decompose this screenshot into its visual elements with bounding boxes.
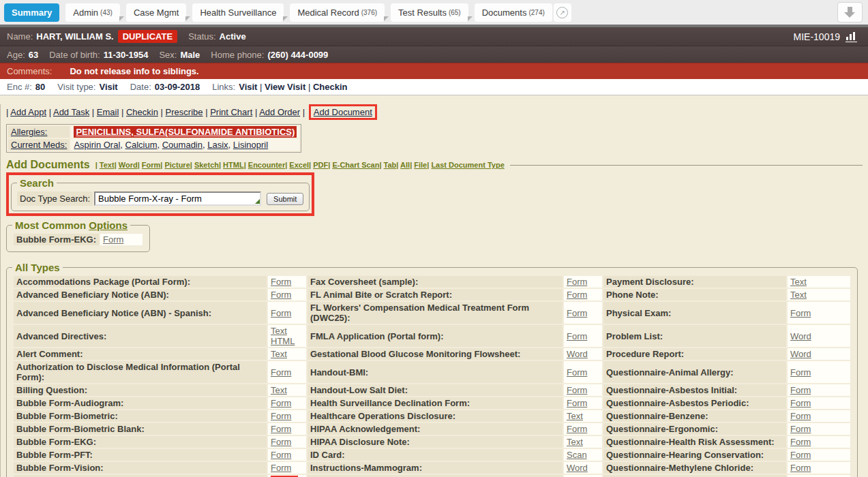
add-task-link[interactable]: Add Task xyxy=(53,107,89,117)
doc-link[interactable]: Form xyxy=(271,398,291,408)
doc-link[interactable]: Form xyxy=(271,463,291,473)
allergies-link[interactable]: Allergies: xyxy=(11,127,47,137)
doc-type-link-cell: Form xyxy=(268,423,306,435)
doc-link[interactable]: HTML xyxy=(271,336,295,346)
add-order-link[interactable]: Add Order xyxy=(259,107,300,117)
doc-link[interactable]: Form xyxy=(271,424,291,434)
doc-link[interactable]: Form xyxy=(790,450,811,460)
tab-case-mgmt[interactable]: Case Mgmt xyxy=(126,3,186,22)
add-documents-title: Add Documents xyxy=(6,159,90,171)
doc-link[interactable]: Form xyxy=(790,367,811,378)
options-link[interactable]: Options xyxy=(89,219,128,231)
doc-link[interactable]: Form xyxy=(567,331,587,341)
tab-bar: Summary Admin(43) Case Mgmt Health Surve… xyxy=(0,0,868,25)
doc-link[interactable]: Form xyxy=(271,308,291,318)
prescribe-link[interactable]: Prescribe xyxy=(166,107,203,117)
filter-file-link[interactable]: File xyxy=(414,161,427,169)
doc-link[interactable]: Form xyxy=(790,437,811,447)
doc-link[interactable]: Word xyxy=(567,463,588,473)
doc-link[interactable]: Form xyxy=(790,308,811,318)
med-link[interactable]: Lisinopril xyxy=(233,140,268,150)
email-link[interactable]: Email xyxy=(97,107,119,117)
doc-type-search-input[interactable] xyxy=(94,191,261,206)
med-link[interactable]: Lasix xyxy=(207,140,228,150)
med-link[interactable]: Calcium xyxy=(125,140,158,150)
view-visit-link[interactable]: View Visit xyxy=(265,82,313,92)
tab-health-surveillance[interactable]: Health Surveillance xyxy=(192,3,284,22)
doc-link[interactable]: Word xyxy=(790,331,811,341)
doc-link[interactable]: Form xyxy=(790,385,811,395)
add-document-link[interactable]: Add Document xyxy=(314,107,372,117)
checkin-action-link[interactable]: Checkin xyxy=(126,107,158,117)
doc-link[interactable]: Text xyxy=(271,385,287,395)
filter-excel-link[interactable]: Excel xyxy=(289,161,309,169)
table-row: Bubble Form-Vision: Form Instructions-Ma… xyxy=(14,462,850,474)
doc-link[interactable]: Scan xyxy=(567,450,587,460)
tab-admin[interactable]: Admin(43) xyxy=(65,3,120,22)
doc-link[interactable]: Form xyxy=(567,290,587,300)
doc-link[interactable]: Text xyxy=(271,349,287,359)
doc-link[interactable]: Form xyxy=(271,411,291,421)
table-row: Bubble Form-EKG: Form xyxy=(14,234,143,245)
doc-type-link-cell: Form xyxy=(268,462,306,474)
filter-picture-link[interactable]: Picture xyxy=(164,161,190,169)
popout-button[interactable]: ↗ xyxy=(554,3,571,22)
current-meds-row: Current Meds: Aspirin OralCalciumCoumadi… xyxy=(8,139,299,151)
doc-link[interactable]: Form xyxy=(790,398,811,408)
table-row: Bubble Form-EKG: Form HIPAA Disclosure N… xyxy=(14,436,850,448)
doc-type-filter: Excel xyxy=(285,161,309,169)
doc-link[interactable]: Form xyxy=(567,308,587,318)
doc-type-label: Instructions-Mammogram: xyxy=(308,462,563,474)
doc-link[interactable]: Form xyxy=(103,234,123,245)
doc-link[interactable]: Text xyxy=(567,411,583,421)
doc-link[interactable]: Form xyxy=(567,367,587,378)
tab-test-results[interactable]: Test Results(65) xyxy=(391,3,468,22)
doc-link[interactable]: Form xyxy=(790,463,811,473)
duplicate-badge[interactable]: DUPLICATE xyxy=(118,30,177,43)
doc-link[interactable]: Form xyxy=(271,290,291,300)
current-meds-link[interactable]: Current Meds: xyxy=(11,140,67,150)
filter-form-link[interactable]: Form xyxy=(142,161,161,169)
med-link[interactable]: Coumadin xyxy=(162,140,203,150)
doc-link[interactable]: Form xyxy=(790,411,811,421)
doc-link[interactable]: Form xyxy=(567,424,587,434)
tab-medical-record[interactable]: Medical Record(376) xyxy=(290,3,385,22)
filter-text-link[interactable]: Text xyxy=(100,161,115,169)
allergy-alert-badge[interactable]: PENICILLINS, SULFA(SULFONAMIDE ANTIBIOTI… xyxy=(74,126,297,138)
doc-link[interactable]: Form xyxy=(790,424,811,434)
filter-last-document-type-link[interactable]: Last Document Type xyxy=(431,161,504,169)
filter-html-link[interactable]: HTML xyxy=(223,161,244,169)
doc-link[interactable]: Form xyxy=(567,398,587,408)
doc-link[interactable]: Form xyxy=(271,437,291,447)
tab-documents[interactable]: Documents(274) xyxy=(475,3,552,22)
download-button[interactable] xyxy=(837,2,863,22)
doc-link[interactable]: Form xyxy=(271,367,291,378)
filter-echart-scan-link[interactable]: E-Chart Scan xyxy=(332,161,379,169)
doc-link[interactable]: Text xyxy=(790,277,807,287)
doc-link[interactable]: Word xyxy=(790,349,811,359)
doc-link[interactable]: Form xyxy=(271,277,291,287)
tab-summary[interactable]: Summary xyxy=(4,3,59,22)
chart-icon[interactable] xyxy=(845,31,857,42)
doc-type-label: Questionnaire-Health Risk Assessment: xyxy=(603,436,786,448)
filter-encounter-link[interactable]: Encounter xyxy=(248,161,285,169)
med-link[interactable]: Aspirin Oral xyxy=(74,140,120,150)
doc-link[interactable]: Text xyxy=(271,326,287,336)
filter-tab-link[interactable]: Tab xyxy=(384,161,397,169)
doc-link[interactable]: Form xyxy=(567,385,587,395)
checkin-link[interactable]: Checkin xyxy=(313,82,348,92)
filter-pdf-link[interactable]: PDF xyxy=(313,161,328,169)
doc-link[interactable]: Word xyxy=(567,349,588,359)
filter-all-link[interactable]: All xyxy=(400,161,410,169)
print-chart-link[interactable]: Print Chart xyxy=(210,107,252,117)
add-appt-link[interactable]: Add Appt xyxy=(10,107,46,117)
submit-button[interactable]: Submit xyxy=(267,193,303,205)
doc-link[interactable]: Form xyxy=(271,450,291,460)
doc-link[interactable]: Text xyxy=(790,290,807,300)
doc-type-label: Handout-Low Salt Diet: xyxy=(308,384,563,396)
doc-link[interactable]: Form xyxy=(567,277,587,287)
doc-link[interactable]: Text xyxy=(567,437,583,447)
filter-sketch-link[interactable]: Sketch xyxy=(194,161,219,169)
filter-word-link[interactable]: Word xyxy=(119,161,138,169)
visit-link[interactable]: Visit xyxy=(239,82,265,92)
